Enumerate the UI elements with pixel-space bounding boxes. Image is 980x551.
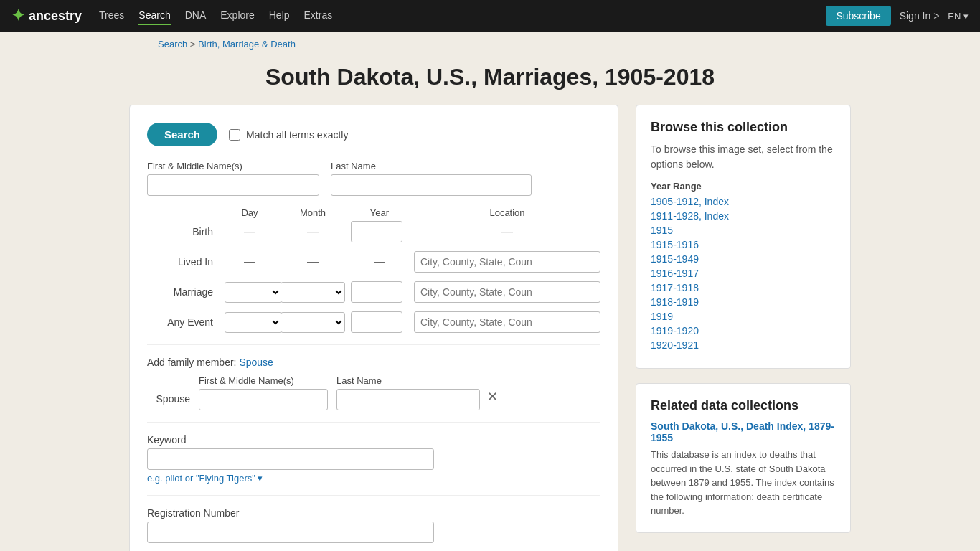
first-name-group: First & Middle Name(s) [147,161,319,196]
any-event-day-select[interactable] [225,312,282,333]
spouse-last-group: Last Name ✕ [336,375,502,410]
related-link[interactable]: South Dakota, U.S., Death Index, 1879-19… [651,420,836,443]
signin-link[interactable]: Sign In > [900,10,940,22]
location-col-header: Location [414,207,600,218]
spouse-first-input[interactable] [199,389,328,410]
year-range-item: 1905-1912, Index [651,196,836,207]
breadcrumb-separator: > [190,39,198,50]
marriage-month-select[interactable] [281,282,345,303]
nav-trees[interactable]: Trees [99,6,124,25]
last-name-label: Last Name [331,161,532,171]
last-name-input[interactable] [331,174,532,196]
year-range-link-8[interactable]: 1919 [651,311,673,322]
spouse-last-label: Last Name [336,375,480,386]
birth-month-dash: — [281,225,345,238]
year-range-item: 1920-1921 [651,339,836,351]
reg-number-input[interactable] [147,522,434,543]
name-row: First & Middle Name(s) Last Name [147,161,600,196]
main-layout: Search Match all terms exactly First & M… [0,105,980,551]
match-exact-container: Match all terms exactly [229,129,348,141]
nav-right: Subscribe Sign In > EN ▾ [826,6,969,26]
nav-search[interactable]: Search [138,6,170,25]
year-range-item: 1915-1949 [651,253,836,265]
keyword-input[interactable] [147,448,434,470]
year-range-link-5[interactable]: 1916-1917 [651,268,699,279]
marriage-year-input[interactable] [351,281,402,303]
nav-dna[interactable]: DNA [185,6,207,25]
browse-title: Browse this collection [651,120,836,135]
match-exact-checkbox[interactable] [229,129,240,141]
keyword-divider [147,495,600,496]
year-range-link-9[interactable]: 1919-1920 [651,325,699,336]
nav-help[interactable]: Help [269,6,290,25]
logo-icon: ✦ [11,6,24,25]
any-event-month-select[interactable] [281,312,345,333]
search-button[interactable]: Search [147,123,217,146]
any-event-label: Any Event [147,316,219,328]
birth-location-dash: — [414,225,600,238]
year-range-link-6[interactable]: 1917-1918 [651,282,699,293]
year-range-link-10[interactable]: 1920-1921 [651,339,699,351]
birth-day-dash: — [225,225,275,238]
lived-month-dash: — [281,255,345,268]
event-column-headers: Day Month Year Location [147,207,600,218]
year-range-item: 1915 [651,225,836,236]
first-name-input[interactable] [147,174,319,196]
year-range-link-7[interactable]: 1918-1919 [651,296,699,308]
keyword-hint[interactable]: e.g. pilot or "Flying Tigers" ▾ [147,473,600,484]
any-event-location-input[interactable] [414,311,600,333]
any-event-year-input[interactable] [351,311,402,333]
year-range-link-2[interactable]: 1915 [651,225,673,236]
spouse-first-group: First & Middle Name(s) [199,375,328,410]
year-range-item: 1919 [651,311,836,322]
first-middle-label: First & Middle Name(s) [147,161,319,171]
related-title: Related data collections [651,398,836,413]
spouse-first-label: First & Middle Name(s) [199,375,328,386]
month-col-header: Month [281,207,345,218]
year-range-link-4[interactable]: 1915-1949 [651,253,699,265]
spouse-label: Spouse [147,393,190,410]
registration-section: Registration Number [147,507,600,543]
language-selector[interactable]: EN ▾ [948,11,969,22]
search-panel: Search Match all terms exactly First & M… [129,105,618,551]
year-range-link-0[interactable]: 1905-1912, Index [651,196,729,207]
lived-in-label: Lived In [147,256,219,268]
year-range-item: 1917-1918 [651,282,836,293]
marriage-row: Marriage [147,281,600,303]
family-section: Add family member: Spouse Spouse First &… [147,357,600,410]
related-card: Related data collections South Dakota, U… [636,383,851,533]
year-range-item: 1911-1928, Index [651,210,836,222]
subscribe-button[interactable]: Subscribe [826,6,890,26]
year-range-link-1[interactable]: 1911-1928, Index [651,210,729,222]
add-spouse-link[interactable]: Spouse [239,357,273,368]
reg-number-label: Registration Number [147,507,600,519]
search-header: Search Match all terms exactly [147,123,600,146]
breadcrumb-search[interactable]: Search [158,39,187,50]
year-range-label: Year Range [651,181,836,192]
nav-explore[interactable]: Explore [220,6,254,25]
last-name-group: Last Name [331,161,532,196]
right-panel: Browse this collection To browse this im… [636,105,851,551]
year-range-list: 1905-1912, Index 1911-1928, Index 1915 1… [651,196,836,351]
remove-spouse-button[interactable]: ✕ [483,385,502,409]
year-range-item: 1918-1919 [651,296,836,308]
nav-extras[interactable]: Extras [304,6,333,25]
year-range-item: 1919-1920 [651,325,836,336]
breadcrumb-category[interactable]: Birth, Marriage & Death [198,39,296,50]
marriage-day-select[interactable] [225,282,282,303]
breadcrumb: Search > Birth, Marriage & Death [0,32,980,57]
year-range-link-3[interactable]: 1915-1916 [651,239,699,250]
browse-description: To browse this image set, select from th… [651,142,836,172]
birth-year-input[interactable] [351,221,402,242]
top-navigation: ✦ ancestry Trees Search DNA Explore Help… [0,0,980,32]
family-divider [147,422,600,423]
keyword-section: Keyword e.g. pilot or "Flying Tigers" ▾ [147,434,600,484]
day-col-header: Day [225,207,275,218]
marriage-location-input[interactable] [414,281,600,303]
spouse-last-input[interactable] [336,389,480,410]
marriage-label: Marriage [147,286,219,298]
browse-card: Browse this collection To browse this im… [636,105,851,369]
site-logo[interactable]: ✦ ancestry [11,6,82,25]
lived-day-dash: — [225,255,275,268]
lived-location-input[interactable] [414,251,600,273]
